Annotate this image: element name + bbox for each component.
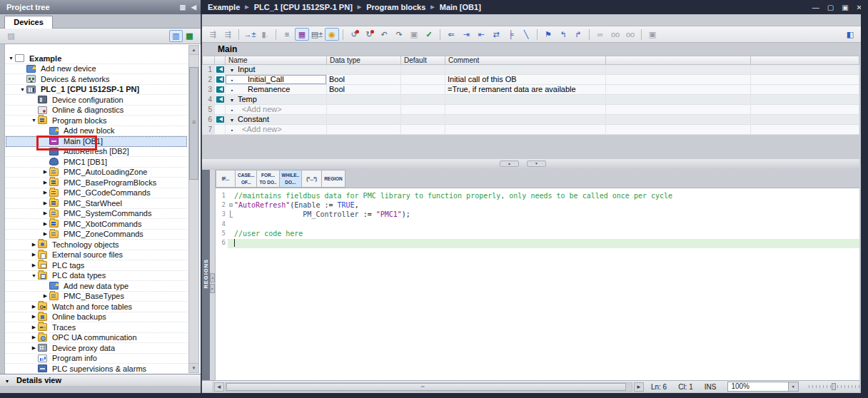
expander-icon[interactable]: ▶ (41, 190, 49, 195)
expander-icon[interactable]: ▶ (41, 293, 49, 299)
tree-item[interactable]: Device configuration (6, 95, 187, 106)
code-line[interactable]: 4 (216, 220, 859, 230)
collapse-up-icon[interactable]: ▲ (500, 160, 519, 167)
breadcrumb-item[interactable]: PLC_1 [CPU 1512SP-1 PN] (254, 3, 353, 11)
name-cell[interactable]: ▼Constant (226, 115, 327, 125)
breadcrumb-item[interactable]: Main [OB1] (440, 3, 481, 11)
outline-view-icon[interactable]: ≡ (280, 28, 294, 41)
expand-right-icon[interactable]: ▸ (210, 284, 215, 293)
chevron-down-icon[interactable]: ▼ (788, 382, 798, 391)
code-line[interactable]: 2 ⊟ "AutoRefresh"(Enable := TRUE, (216, 201, 859, 210)
tree-item[interactable]: ▶ PMC_StarWheel (6, 198, 187, 209)
comment-cell[interactable] (445, 95, 606, 105)
breadcrumb-item[interactable]: Example (208, 3, 240, 11)
scroll-down-icon[interactable]: ▼ (189, 363, 198, 372)
previous-error-icon[interactable]: ↺ (347, 28, 361, 41)
tree-item[interactable]: ▶ PMC_BaseProgramBlocks (6, 178, 187, 188)
code-line[interactable]: 3 PM_Controller := "PMC1"); (216, 210, 859, 220)
snippet-tab[interactable]: IF... (216, 170, 236, 188)
datatype-cell[interactable] (327, 115, 401, 125)
insert-comment-icon[interactable]: ⇶ (221, 28, 235, 41)
scroll-left-icon[interactable]: ◄ (214, 382, 224, 392)
datatype-cell[interactable] (327, 125, 401, 135)
expander-icon[interactable]: ▶ (30, 335, 38, 340)
expander-icon[interactable]: ▼ (30, 118, 38, 123)
tree-item[interactable]: Program info (6, 354, 187, 364)
expander-icon[interactable]: ▼ (7, 56, 15, 61)
datatype-cell[interactable] (327, 95, 401, 105)
tree-item[interactable]: ▼ Example (6, 53, 187, 64)
next-bookmark-icon[interactable]: ↱ (571, 28, 585, 41)
snippet-tab[interactable]: REGION (322, 170, 345, 188)
expander-icon[interactable]: ▶ (41, 180, 49, 185)
maximize-icon[interactable]: ▣ (842, 4, 848, 11)
retain-operands-icon[interactable]: ▮. (258, 28, 272, 41)
defaultvalue-cell[interactable] (401, 115, 445, 125)
defaultvalue-cell[interactable] (401, 65, 445, 75)
tree-item[interactable]: ▶ PMC_GCodeCommands (6, 188, 187, 199)
tree-item[interactable]: PLC supervisions & alarms (6, 364, 187, 374)
next-error-icon[interactable]: ↻ (362, 28, 376, 41)
name-cell[interactable]: ▼Input (226, 65, 327, 75)
name-cell[interactable]: ▼Temp (226, 95, 327, 105)
tree-item[interactable]: ▼ PLC data types (6, 271, 187, 282)
datatype-cell[interactable] (327, 65, 401, 75)
column-header-defaultvalue[interactable]: Default value (401, 56, 445, 65)
tree-item[interactable]: ▶ Traces (6, 322, 187, 333)
defaultvalue-cell[interactable] (401, 105, 445, 115)
code-line[interactable]: 1 //maintains fieldbus data for PMC libr… (216, 192, 859, 201)
tree-item[interactable]: ▶ Technology objects (6, 240, 187, 250)
fold-toggle-icon[interactable] (228, 192, 234, 201)
sync-tree-icon[interactable]: ▨ (4, 30, 18, 42)
expander-icon[interactable]: ▶ (30, 252, 38, 257)
tree-scrollbar[interactable]: ▲ ▼ (188, 45, 199, 373)
tree-item[interactable]: ▶ Device proxy data (6, 343, 187, 354)
scl-code-editor[interactable]: 1 //maintains fieldbus data for PMC libr… (216, 188, 859, 380)
comment-cell[interactable] (445, 105, 606, 115)
scrollbar-thumb[interactable] (226, 383, 626, 391)
fold-toggle-icon[interactable] (228, 230, 234, 239)
tree-item[interactable]: ▼ PLC_1 [CPU 1512SP-1 PN] (6, 85, 187, 96)
row-marker-icon[interactable]: ▪ (228, 76, 236, 85)
update-inconsistent-calls-icon[interactable]: ↶ (377, 28, 391, 41)
fold-toggle-icon[interactable] (228, 220, 234, 230)
column-header-datatype[interactable]: Data type (327, 56, 401, 65)
tree-item[interactable]: PMC1 [DB1] (6, 157, 187, 168)
expander-icon[interactable]: ▶ (41, 200, 49, 206)
paste-snapshot-icon[interactable]: ▣ (407, 28, 421, 41)
collapse-down-icon[interactable]: ▼ (527, 160, 546, 167)
consistency-check-icon[interactable]: ✓ (422, 28, 436, 41)
absolute-symbolic-operands-icon[interactable]: →± (243, 28, 257, 41)
open-in-new-editor-icon[interactable]: ▦ (183, 30, 196, 42)
collapse-panel-icon[interactable]: ◀ (191, 0, 196, 14)
regions-splitter[interactable]: ◂ ▸ (210, 170, 216, 380)
details-view-bar[interactable]: ▾ Details view (0, 374, 201, 386)
zoom-slider-knob[interactable] (832, 383, 836, 390)
tree-item[interactable]: ▶ PMC_AutoLoadingZone (6, 168, 187, 178)
snippet-tab[interactable]: WHILE..DO... (280, 170, 303, 188)
comment-cell[interactable] (445, 125, 606, 135)
expand-left-icon[interactable]: ◂ (210, 273, 215, 282)
tree-item[interactable]: ▼ Program blocks (6, 116, 187, 126)
know-how-protection-icon[interactable]: ▣ (645, 28, 660, 41)
add-bookmark-icon[interactable]: ⚑ (541, 28, 555, 41)
refresh-block-calls-icon[interactable]: ↷ (392, 28, 406, 41)
indent-left-icon[interactable]: ⇤ (474, 28, 488, 41)
tree-item[interactable]: ▶ PMC_SystemCommands (6, 209, 187, 220)
zoom-select[interactable]: 100% ▼ (727, 382, 798, 392)
syntax-highlight-icon[interactable]: ◉ (325, 28, 339, 41)
scroll-right-icon[interactable]: ► (634, 382, 644, 392)
regions-sidebar-tab[interactable]: REGIONS (202, 170, 210, 380)
previous-bookmark-icon[interactable]: ↰ (556, 28, 570, 41)
snippet-tab[interactable]: CASE...OF... (236, 170, 257, 188)
expand-regions-icon[interactable]: ╲ (519, 28, 533, 41)
datatype-cell[interactable] (327, 105, 401, 115)
defaultvalue-cell[interactable] (401, 95, 445, 105)
zoom-slider[interactable] (809, 384, 859, 389)
name-cell[interactable]: ▪<Add new> (226, 125, 327, 135)
expander-icon[interactable]: ▼ (19, 87, 26, 92)
row-marker-icon[interactable]: ▪ (228, 86, 236, 95)
scroll-up-icon[interactable]: ▲ (189, 46, 198, 55)
scrollbar-thumb[interactable] (189, 67, 198, 180)
table-code-splitter[interactable]: ▲ ▼ (202, 159, 859, 168)
